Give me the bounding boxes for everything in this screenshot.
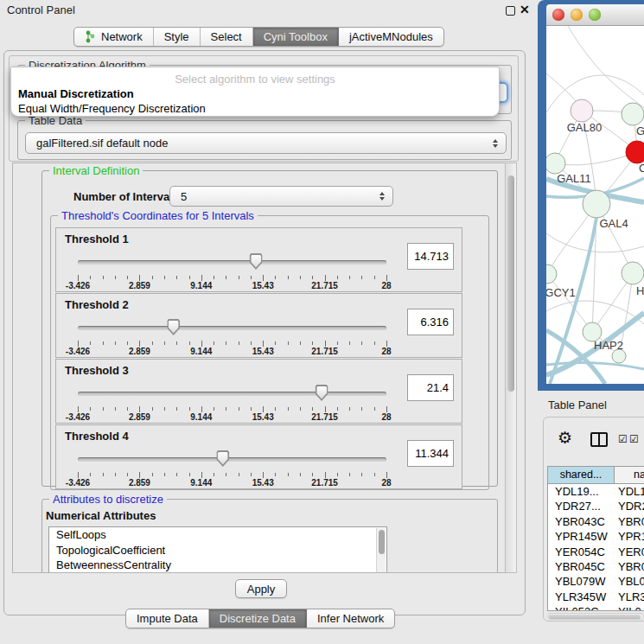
node-gal11[interactable]: [546, 153, 565, 174]
list-item[interactable]: SelfLoops: [49, 527, 386, 543]
table-panel-toolbar: ⚙ ☑ ☑: [544, 418, 644, 459]
close-icon[interactable]: ✕: [520, 3, 530, 16]
node-label-c: C: [639, 162, 644, 175]
threshold-3-slider[interactable]: [78, 382, 386, 405]
table-row[interactable]: YLR345WYLR3: [548, 590, 644, 604]
slider-track[interactable]: [78, 457, 386, 462]
tab-select[interactable]: Select: [201, 28, 253, 46]
network-canvas[interactable]: GAL80 GA C GAL11 GAL4 GCY1 H HAP2: [546, 26, 644, 384]
settings-vertical-scrollbar[interactable]: [505, 163, 517, 573]
table-row[interactable]: YER054CYER0: [548, 545, 644, 559]
node-top-right[interactable]: [622, 103, 644, 125]
slider-scale-label: 9.144: [190, 281, 212, 290]
table-data-selected-value: galFiltered.sif default node: [36, 137, 168, 150]
slider-scale-label: 2.859: [129, 347, 150, 356]
node-gcy1[interactable]: [546, 265, 557, 284]
tab-jactivemnodules[interactable]: jActiveMNodules: [339, 28, 443, 46]
threshold-4-value-field[interactable]: [407, 440, 454, 467]
tab-network[interactable]: Network: [74, 28, 154, 46]
threshold-1-value-field[interactable]: [407, 243, 454, 270]
threshold-3-value-field[interactable]: [407, 374, 454, 401]
threshold-4-slider[interactable]: [78, 448, 386, 470]
menu-item-manual-discretization[interactable]: Manual Discretization: [18, 87, 134, 100]
column-header-name[interactable]: na: [615, 467, 644, 483]
node-label-gal11: GAL11: [557, 172, 591, 185]
node-label-h: H: [636, 284, 644, 297]
tab-infer-network[interactable]: Infer Network: [307, 609, 394, 628]
tab-impute-data-label: Impute Data: [137, 612, 198, 625]
slider-track[interactable]: [78, 326, 386, 330]
table-row[interactable]: YBR043CYBR0: [548, 514, 644, 529]
threshold-2-value-field[interactable]: [407, 309, 454, 335]
float-window-icon[interactable]: [506, 6, 515, 16]
slider-scale-label: 21.715: [311, 478, 338, 488]
network-window-titlebar[interactable]: [546, 4, 644, 26]
tab-impute-data[interactable]: Impute Data: [126, 609, 209, 628]
combo-arrows-icon: [379, 192, 385, 201]
threshold-2-slider[interactable]: [78, 316, 386, 339]
slider-scale-label: 28: [381, 281, 391, 290]
threshold-3-label: Threshold 3: [65, 364, 129, 377]
table-row[interactable]: YBL079WYBL0: [548, 574, 644, 589]
slider-scale-label: 15.43: [252, 412, 274, 422]
threshold-2-label: Threshold 2: [65, 298, 129, 311]
table-row[interactable]: YIL052CYIL0: [548, 604, 644, 611]
select-all-icon[interactable]: ☑: [629, 433, 639, 445]
columns-icon[interactable]: [590, 432, 608, 447]
settings-scroll-area: Interval Definition Number of Intervals …: [12, 163, 517, 573]
number-of-intervals-combobox[interactable]: 5: [169, 186, 393, 207]
control-panel-title: Control Panel: [7, 3, 75, 16]
tab-cyni-toolbox[interactable]: Cyni Toolbox: [253, 28, 339, 46]
node-h[interactable]: [622, 262, 644, 284]
menu-item-equal-width-discretization[interactable]: Equal Width/Frequency Discretization: [18, 102, 206, 115]
minimize-traffic-light[interactable]: [571, 9, 583, 21]
slider-scale-label: 9.144: [190, 412, 212, 422]
list-item[interactable]: TopologicalCoefficient: [49, 543, 386, 558]
table-row[interactable]: YBR045CYBR0: [548, 559, 644, 574]
node-label-gal80: GAL80: [567, 121, 602, 134]
node-label-gal4: GAL4: [599, 217, 628, 230]
control-panel-titlebar: Control Panel ✕: [0, 0, 529, 21]
slider-scale-label: 2.859: [129, 281, 150, 290]
node-gal80[interactable]: [571, 99, 593, 122]
bottom-tab-bar: Impute Data Discretize Data Infer Networ…: [125, 609, 395, 628]
table-row[interactable]: YDL19...YDL1: [548, 484, 644, 499]
list-scrollbar[interactable]: [376, 528, 386, 573]
slider-scale-label: 21.715: [311, 281, 338, 290]
close-traffic-light[interactable]: [552, 9, 564, 21]
slider-thumb[interactable]: [316, 385, 328, 401]
slider-scale-label: 2.859: [129, 478, 150, 488]
interval-definition-title: Interval Definition: [49, 164, 143, 177]
column-header-shared-name[interactable]: shared...: [548, 467, 615, 483]
table-row[interactable]: YPR145WYPR1: [548, 529, 644, 544]
list-item[interactable]: BetweennessCentrality: [49, 558, 386, 573]
slider-thumb[interactable]: [250, 253, 263, 270]
numerical-attributes-label: Numerical Attributes: [46, 509, 156, 522]
table-data-combobox[interactable]: galFiltered.sif default node: [25, 132, 507, 154]
table-row[interactable]: YDR27...YDR2: [548, 499, 644, 513]
node-gal4[interactable]: [583, 190, 610, 218]
apply-button[interactable]: Apply: [235, 579, 287, 598]
slider-scale-label: 21.715: [311, 412, 338, 422]
slider-thumb[interactable]: [216, 450, 229, 467]
tab-discretize-data[interactable]: Discretize Data: [209, 609, 307, 628]
zoom-traffic-light[interactable]: [589, 9, 601, 21]
threshold-1-slider[interactable]: [78, 251, 386, 273]
tab-style[interactable]: Style: [154, 28, 201, 46]
select-columns-icon[interactable]: ☑: [618, 433, 628, 445]
slider-track[interactable]: [78, 260, 386, 265]
numerical-attributes-list[interactable]: SelfLoops TopologicalCoefficient Between…: [48, 526, 387, 573]
table-horizontal-scrollbar[interactable]: [547, 613, 644, 620]
slider-thumb[interactable]: [167, 319, 180, 335]
slider-scale-label: 9.144: [190, 347, 212, 356]
gear-icon[interactable]: ⚙: [558, 428, 572, 448]
slider-scale: -3.4262.8599.14415.4321.71528: [78, 412, 386, 423]
slider-scale-label: 28: [381, 347, 391, 356]
tab-style-label: Style: [164, 30, 189, 43]
threshold-1-label: Threshold 1: [65, 233, 129, 245]
number-of-intervals-label: Number of Intervals: [73, 190, 179, 203]
slider-track[interactable]: [78, 392, 386, 396]
slider-scale-label: 15.43: [252, 347, 274, 356]
node-red-selected[interactable]: [626, 141, 644, 163]
slider-scale: -3.4262.8599.14415.4321.71528: [78, 347, 386, 357]
